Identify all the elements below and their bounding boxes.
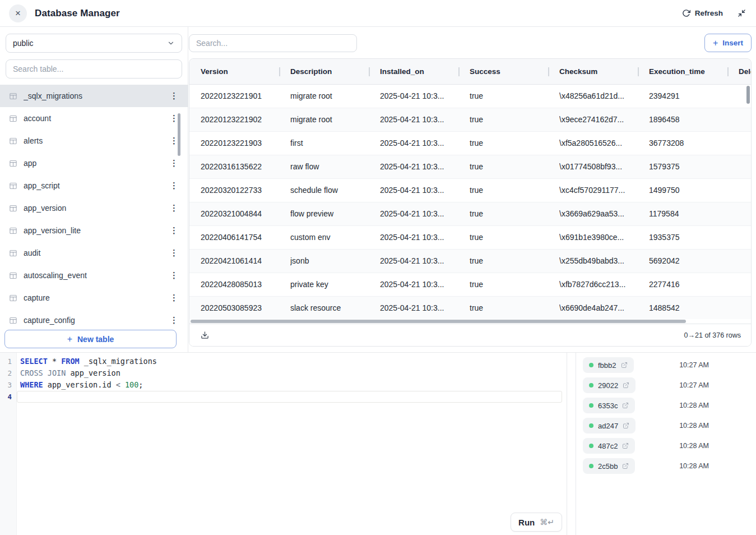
- table-cell: 2025-04-21 10:3...: [380, 250, 470, 273]
- external-link-icon[interactable]: [622, 442, 629, 449]
- column-header-version[interactable]: Version: [201, 59, 290, 84]
- table-cell: \x3669a629aa53...: [559, 202, 649, 225]
- column-header-checksum[interactable]: Checksum: [559, 59, 649, 84]
- schema-select[interactable]: public: [6, 34, 182, 53]
- table-row[interactable]: 20220503085923slack resource2025-04-21 1…: [189, 297, 751, 319]
- download-button[interactable]: [200, 330, 210, 340]
- table-cell: true: [470, 179, 559, 202]
- run-button[interactable]: Run ⌘↵: [511, 513, 562, 532]
- table-cell: 36773208: [649, 132, 739, 155]
- new-table-button[interactable]: + New table: [4, 330, 177, 348]
- sidebar-item-label: capture_config: [24, 316, 168, 325]
- external-link-icon[interactable]: [622, 402, 629, 409]
- code-text[interactable]: SELECT * FROM _sqlx_migrations: [17, 356, 562, 367]
- column-header-installed_on[interactable]: Installed_on: [380, 59, 470, 84]
- history-item: fbbb210:27 AM: [583, 357, 709, 373]
- chevron-down-icon: [167, 39, 175, 47]
- kebab-menu-icon[interactable]: ⋮: [168, 203, 180, 213]
- collapse-icon: [738, 9, 746, 17]
- sidebar-item-account[interactable]: account⋮: [0, 107, 188, 130]
- table-row[interactable]: 20220428085013private key2025-04-21 10:3…: [189, 273, 751, 297]
- sidebar-item-app_version[interactable]: app_version⋮: [0, 197, 188, 219]
- table-row[interactable]: 20220123221901migrate root2025-04-21 10:…: [189, 85, 751, 108]
- external-link-icon[interactable]: [623, 382, 629, 389]
- kebab-menu-icon[interactable]: ⋮: [168, 293, 180, 303]
- insert-button[interactable]: + Insert: [704, 34, 752, 52]
- line-number: 4: [0, 393, 17, 401]
- table-cell: 20220320122733: [201, 179, 290, 202]
- kebab-menu-icon[interactable]: ⋮: [168, 91, 180, 101]
- editor-line: 2CROSS JOIN app_version: [0, 367, 567, 379]
- table-cell: \x01774508bf93...: [559, 155, 649, 178]
- column-header-description[interactable]: Description: [290, 59, 380, 84]
- sidebar-item-app_script[interactable]: app_script⋮: [0, 174, 188, 197]
- result-pill[interactable]: fbbb2: [583, 357, 634, 373]
- table-icon: [9, 316, 17, 325]
- sidebar-item-label: alerts: [24, 136, 168, 145]
- kebab-menu-icon[interactable]: ⋮: [168, 181, 180, 191]
- column-header-success[interactable]: Success: [470, 59, 559, 84]
- run-label: Run: [518, 518, 535, 527]
- search-input[interactable]: [189, 34, 357, 52]
- table-row[interactable]: 20220406141754custom env2025-04-21 10:3.…: [189, 226, 751, 250]
- line-number: 1: [0, 357, 17, 366]
- rows-info: 0→21 of 376 rows: [684, 331, 741, 339]
- result-pill[interactable]: 6353c: [583, 398, 635, 413]
- table-cell: 2025-04-21 10:3...: [380, 202, 470, 225]
- table-cell: true: [470, 250, 559, 273]
- external-link-icon[interactable]: [621, 362, 628, 368]
- sidebar-item-alerts[interactable]: alerts⋮: [0, 130, 188, 152]
- result-pill[interactable]: 29022: [583, 377, 636, 393]
- table-row[interactable]: 20220316135622raw flow2025-04-21 10:3...…: [189, 155, 751, 179]
- horizontal-scrollbar[interactable]: [191, 320, 686, 323]
- refresh-button[interactable]: Refresh: [682, 9, 723, 17]
- result-pill[interactable]: 487c2: [583, 438, 635, 454]
- table-row[interactable]: 20220320122733schedule flow2025-04-21 10…: [189, 179, 751, 202]
- sidebar-item-audit[interactable]: audit⋮: [0, 242, 188, 264]
- sidebar-item-autoscaling_event[interactable]: autoscaling_event⋮: [0, 264, 188, 287]
- kebab-menu-icon[interactable]: ⋮: [168, 248, 180, 258]
- vertical-scrollbar[interactable]: [746, 86, 750, 104]
- code-text[interactable]: WHERE app_version.id < 100;: [17, 379, 562, 391]
- editor-lines: 1SELECT * FROM _sqlx_migrations2CROSS JO…: [0, 356, 567, 403]
- plus-icon: +: [713, 38, 718, 48]
- table-cell: 20220316135622: [201, 155, 290, 178]
- table-cell: \x6690de4ab247...: [559, 297, 649, 319]
- table-cell: 2277416: [649, 273, 739, 296]
- table-cell: 20220123221903: [201, 132, 290, 155]
- code-text[interactable]: CROSS JOIN app_version: [17, 367, 562, 379]
- sidebar-item-capture[interactable]: capture⋮: [0, 287, 188, 309]
- kebab-menu-icon[interactable]: ⋮: [168, 315, 180, 325]
- external-link-icon[interactable]: [622, 463, 629, 469]
- close-button[interactable]: ×: [9, 4, 27, 22]
- sidebar-item-app[interactable]: app⋮: [0, 152, 188, 174]
- kebab-menu-icon[interactable]: ⋮: [168, 270, 180, 280]
- sidebar-scrollbar[interactable]: [178, 113, 180, 156]
- table-cell: 2025-04-21 10:3...: [380, 179, 470, 202]
- kebab-menu-icon[interactable]: ⋮: [168, 158, 180, 168]
- table-cell: 2025-04-21 10:3...: [380, 85, 470, 108]
- column-header-dele[interactable]: Dele: [739, 59, 752, 84]
- table-cell: 1499750: [649, 179, 739, 202]
- table-search-input[interactable]: [6, 59, 182, 79]
- table-icon: [9, 294, 17, 302]
- table-row[interactable]: 20220123221903first2025-04-21 10:3...tru…: [189, 132, 751, 155]
- table-row[interactable]: 20220421061414jsonb2025-04-21 10:3...tru…: [189, 250, 751, 273]
- collapse-button[interactable]: [736, 8, 747, 19]
- sidebar-item-capture_config[interactable]: capture_config⋮: [0, 309, 188, 329]
- column-header-execution_time[interactable]: Execution_time: [649, 59, 739, 84]
- sql-editor[interactable]: 1SELECT * FROM _sqlx_migrations2CROSS JO…: [0, 353, 567, 535]
- sidebar-item-app_version_lite[interactable]: app_version_lite⋮: [0, 219, 188, 242]
- table-row[interactable]: 20220321004844flow preview2025-04-21 10:…: [189, 202, 751, 226]
- external-link-icon[interactable]: [623, 422, 629, 429]
- code-text[interactable]: [17, 391, 562, 403]
- kebab-menu-icon[interactable]: ⋮: [168, 225, 180, 236]
- table-row[interactable]: 20220123221902migrate root2025-04-21 10:…: [189, 108, 751, 132]
- sidebar-item-_sqlx_migrations[interactable]: _sqlx_migrations⋮: [0, 85, 188, 107]
- result-pill[interactable]: 2c5bb: [583, 458, 635, 474]
- result-pill[interactable]: ad247: [583, 418, 636, 433]
- table-cell: true: [470, 155, 559, 178]
- header: × Database Manager Refresh: [0, 0, 756, 27]
- table-cell: true: [470, 273, 559, 296]
- result-id: 6353c: [598, 402, 618, 410]
